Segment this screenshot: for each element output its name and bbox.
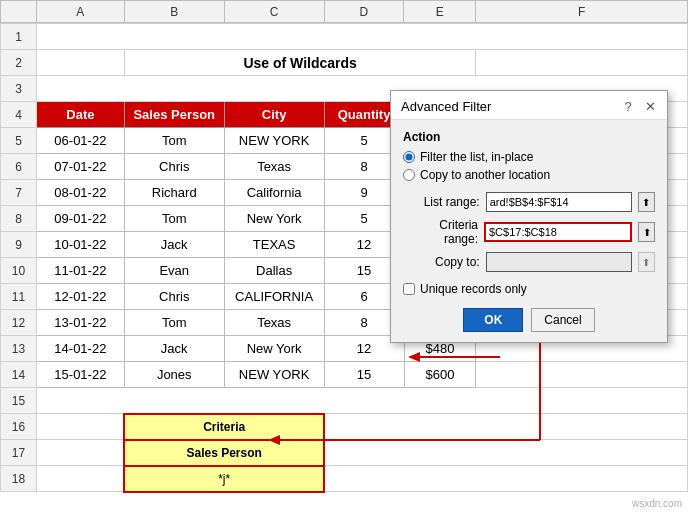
row-15: 15 xyxy=(1,388,688,414)
list-range-collapse-button[interactable]: ⬆ xyxy=(638,192,655,212)
col-header-B: B xyxy=(124,1,224,23)
header-city: City xyxy=(224,102,324,128)
dialog-close-button[interactable]: ✕ xyxy=(641,97,659,115)
ok-button[interactable]: OK xyxy=(463,308,523,332)
list-range-row: List range: ⬆ xyxy=(403,192,655,212)
action-label: Action xyxy=(403,130,655,144)
dialog-help-button[interactable]: ? xyxy=(619,97,637,115)
dialog-buttons: OK Cancel xyxy=(403,308,655,332)
list-range-input[interactable] xyxy=(486,192,632,212)
radio-filter-inplace[interactable]: Filter the list, in-place xyxy=(403,150,655,164)
row-17: 17 Sales Person xyxy=(1,440,688,466)
criteria-range-input[interactable] xyxy=(484,222,632,242)
copy-to-collapse-button: ⬆ xyxy=(638,252,655,272)
row-1: 1 xyxy=(1,24,688,50)
row-16: 16 Criteria xyxy=(1,414,688,440)
col-header-E: E xyxy=(404,1,476,23)
cancel-button[interactable]: Cancel xyxy=(531,308,594,332)
table-row: 14 15-01-22 Jones NEW YORK 15 $600 xyxy=(1,362,688,388)
collapse-icon-3: ⬆ xyxy=(642,257,650,268)
row-18: 18 *j* xyxy=(1,466,688,492)
advanced-filter-dialog: Advanced Filter ? ✕ Action Filter the li… xyxy=(390,90,668,343)
criteria-value: *j* xyxy=(124,466,324,492)
criteria-box-title: Criteria xyxy=(124,414,324,440)
col-header-A: A xyxy=(36,1,124,23)
radio-group: Filter the list, in-place Copy to anothe… xyxy=(403,150,655,182)
header-date: Date xyxy=(36,102,124,128)
collapse-icon: ⬆ xyxy=(642,197,650,208)
col-header-F: F xyxy=(476,1,688,23)
radio-inplace-label: Filter the list, in-place xyxy=(420,150,533,164)
dialog-title: Advanced Filter xyxy=(401,99,491,114)
radio-copy-label: Copy to another location xyxy=(420,168,550,182)
criteria-label: Sales Person xyxy=(124,440,324,466)
unique-records-label: Unique records only xyxy=(420,282,527,296)
copy-to-row: Copy to: ⬆ xyxy=(403,252,655,272)
col-header-C: C xyxy=(224,1,324,23)
unique-records-row[interactable]: Unique records only xyxy=(403,282,655,296)
col-header-D: D xyxy=(324,1,404,23)
watermark: wsxdn.com xyxy=(632,498,682,509)
dialog-body: Action Filter the list, in-place Copy to… xyxy=(391,120,667,342)
list-range-label: List range: xyxy=(403,195,480,209)
unique-records-checkbox[interactable] xyxy=(403,283,415,295)
dialog-title-icons: ? ✕ xyxy=(619,97,659,115)
criteria-range-collapse-button[interactable]: ⬆ xyxy=(638,222,655,242)
criteria-range-row: Criteria range: ⬆ xyxy=(403,218,655,246)
radio-copy-location[interactable]: Copy to another location xyxy=(403,168,655,182)
page-title: Use of Wildcards xyxy=(124,50,476,76)
collapse-icon-2: ⬆ xyxy=(643,227,651,238)
copy-to-label: Copy to: xyxy=(403,255,480,269)
copy-to-input xyxy=(486,252,632,272)
field-rows: List range: ⬆ Criteria range: ⬆ Copy to:… xyxy=(403,192,655,272)
criteria-range-label: Criteria range: xyxy=(403,218,478,246)
radio-inplace-input[interactable] xyxy=(403,151,415,163)
radio-copy-input[interactable] xyxy=(403,169,415,181)
row-2: 2 Use of Wildcards xyxy=(1,50,688,76)
corner-cell xyxy=(1,1,37,23)
header-salesperson: Sales Person xyxy=(124,102,224,128)
column-header-row: A B C D E F xyxy=(0,0,688,23)
dialog-title-bar: Advanced Filter ? ✕ xyxy=(391,91,667,120)
